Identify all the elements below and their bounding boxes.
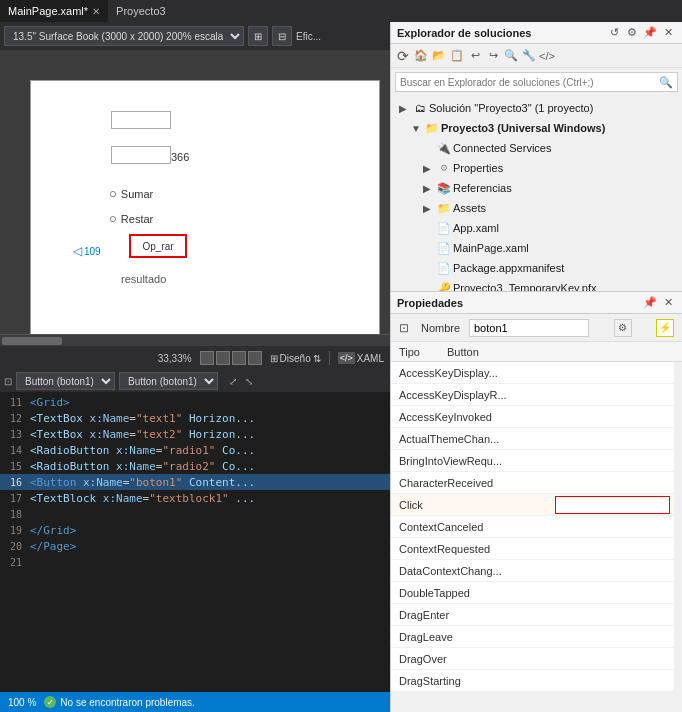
tab-mainpage-close[interactable]: ✕ — [92, 6, 100, 17]
props-value-input[interactable] — [555, 364, 670, 382]
se-tb-btn7[interactable]: 🔍 — [503, 48, 519, 64]
xaml-action-icons: ⤢ ⤡ — [226, 374, 256, 388]
tree-expand-package — [423, 263, 435, 274]
canvas-resultado: resultado — [121, 273, 166, 285]
props-scrollbar[interactable] — [674, 362, 682, 712]
props-value-input[interactable] — [555, 518, 670, 536]
props-value-input[interactable] — [555, 386, 670, 404]
solution-explorer-header: Explorador de soluciones ↺ ⚙ 📌 ✕ — [391, 22, 682, 44]
props-row-label: DragOver — [391, 653, 551, 665]
tab-proyecto3[interactable]: Proyecto3 — [108, 0, 174, 22]
tree-icon-properties: ⚙ — [437, 161, 451, 175]
props-pin-btn[interactable]: 📌 — [642, 295, 658, 311]
tree-item-referencias[interactable]: ▶ 📚 Referencias — [391, 178, 682, 198]
tree-item-solution[interactable]: ▶ 🗂 Solución "Proyecto3" (1 proyecto) — [391, 98, 682, 118]
designer-canvas[interactable]: 366 ○ Sumar ○ Restar ◁ 109 — [0, 50, 390, 346]
se-tb-btn3[interactable]: 📂 — [431, 48, 447, 64]
props-value-input[interactable] — [555, 474, 670, 492]
props-row: DoubleTapped — [391, 582, 674, 604]
props-value-input[interactable] — [555, 672, 670, 690]
props-value-input[interactable] — [555, 606, 670, 624]
se-tb-btn9[interactable]: </> — [539, 48, 555, 64]
app-container: MainPage.xaml* ✕ Proyecto3 13.5" Surface… — [0, 0, 682, 712]
xaml-view-btn[interactable]: </> XAML — [338, 352, 384, 364]
xaml-expand-btn[interactable]: ⤢ — [226, 374, 240, 388]
props-value-input[interactable] — [555, 430, 670, 448]
hscroll-thumb[interactable] — [2, 337, 62, 345]
se-tb-btn5[interactable]: ↩ — [467, 48, 483, 64]
diseno-btn[interactable]: ⊞ Diseño ⇅ — [270, 353, 321, 364]
xaml-right-dropdown[interactable]: Button (boton1) — [119, 372, 218, 390]
props-lightning-btn[interactable]: ⚡ — [656, 319, 674, 337]
se-tb-btn1[interactable]: ⟳ — [395, 48, 411, 64]
canvas-button-operar[interactable]: Op_rar — [129, 234, 187, 258]
line-content-17: <TextBlock x:Name="textblock1" ... — [28, 492, 255, 505]
nombre-input[interactable] — [469, 319, 589, 337]
se-tb-btn8[interactable]: 🔧 — [521, 48, 537, 64]
props-value-input[interactable] — [555, 496, 670, 514]
props-value-input[interactable] — [555, 408, 670, 426]
props-close-btn[interactable]: ✕ — [660, 295, 676, 311]
props-row-label: BringIntoViewRequ... — [391, 455, 551, 467]
props-row-value-cell — [551, 496, 674, 514]
code-line-15: 15 <RadioButton x:Name="radio2" Co... — [0, 458, 390, 474]
tree-expand-1: ▼ — [411, 123, 423, 134]
props-row-value-cell — [551, 474, 674, 492]
device-dropdown[interactable]: 13.5" Surface Book (3000 x 2000) 200% es… — [4, 26, 244, 46]
grid-view-btn2[interactable]: ⊟ — [272, 26, 292, 46]
se-close-btn[interactable]: ✕ — [660, 25, 676, 41]
se-tb-btn2[interactable]: 🏠 — [413, 48, 429, 64]
se-sync-btn[interactable]: ↺ — [606, 25, 622, 41]
props-value-input[interactable] — [555, 628, 670, 646]
xaml-header: ⊡ Button (boton1) Button (boton1) ⤢ ⤡ — [0, 370, 390, 392]
props-row: ActualThemeChan... — [391, 428, 674, 450]
xaml-collapse-btn[interactable]: ⤡ — [242, 374, 256, 388]
line-content-16: <Button x:Name="boton1" Content... — [28, 476, 255, 489]
tree-item-mainpage[interactable]: 📄 MainPage.xaml — [391, 238, 682, 258]
tree-item-package[interactable]: 📄 Package.appxmanifest — [391, 258, 682, 278]
tree-item-proyecto3[interactable]: ▼ 📁 Proyecto3 (Universal Windows) — [391, 118, 682, 138]
se-pin-btn[interactable]: 📌 — [642, 25, 658, 41]
code-line-21: 21 — [0, 554, 390, 570]
props-value-input[interactable] — [555, 584, 670, 602]
tree-icon-solution: 🗂 — [413, 101, 427, 115]
props-row-value-cell — [551, 540, 674, 558]
grid-icon-4[interactable] — [248, 351, 262, 365]
tree-item-pfx[interactable]: 🔑 Proyecto3_TemporaryKey.pfx — [391, 278, 682, 291]
grid-icon-2[interactable] — [216, 351, 230, 365]
tree-item-assets[interactable]: ▶ 📁 Assets — [391, 198, 682, 218]
xaml-left-dropdown[interactable]: Button (boton1) — [16, 372, 115, 390]
status-check-text: No se encontraron problemas. — [60, 697, 195, 708]
se-search-input[interactable] — [400, 77, 655, 88]
grid-icon-3[interactable] — [232, 351, 246, 365]
tree-item-appxaml[interactable]: 📄 App.xaml — [391, 218, 682, 238]
tree-item-connected[interactable]: 🔌 Connected Services — [391, 138, 682, 158]
se-search-box[interactable]: 🔍 — [395, 72, 678, 92]
props-row: BringIntoViewRequ... — [391, 450, 674, 472]
code-editor[interactable]: 11 <Grid> 12 <TextBox x:Name="text1" Hor… — [0, 392, 390, 692]
props-value-input[interactable] — [555, 452, 670, 470]
se-props-btn[interactable]: ⚙ — [624, 25, 640, 41]
code-line-16: 16 <Button x:Name="boton1" Content... — [0, 474, 390, 490]
diseno-sort-icon: ⇅ — [313, 353, 321, 364]
line-num-19: 19 — [0, 525, 28, 536]
props-type-row: Tipo Button — [391, 342, 682, 362]
se-tb-btn6[interactable]: ↪ — [485, 48, 501, 64]
props-value-input[interactable] — [555, 650, 670, 668]
tab-mainpage[interactable]: MainPage.xaml* ✕ — [0, 0, 108, 22]
props-value-input[interactable] — [555, 540, 670, 558]
props-table: AccessKeyDisplay...AccessKeyDisplayR...A… — [391, 362, 674, 692]
designer-hscrollbar[interactable] — [0, 334, 390, 346]
canvas-textbox1 — [111, 111, 171, 129]
grid-icon-1[interactable] — [200, 351, 214, 365]
props-row: AccessKeyDisplay... — [391, 362, 674, 384]
view-divider — [329, 351, 330, 365]
se-tb-btn4[interactable]: 📋 — [449, 48, 465, 64]
tree-label-appxaml: App.xaml — [453, 222, 499, 234]
tree-expand-appxaml — [423, 223, 435, 234]
props-value-input[interactable] — [555, 562, 670, 580]
tree-item-properties[interactable]: ▶ ⚙ Properties — [391, 158, 682, 178]
main-row: 13.5" Surface Book (3000 x 2000) 200% es… — [0, 22, 682, 712]
props-gear-btn[interactable]: ⚙ — [614, 319, 632, 337]
grid-view-btn[interactable]: ⊞ — [248, 26, 268, 46]
